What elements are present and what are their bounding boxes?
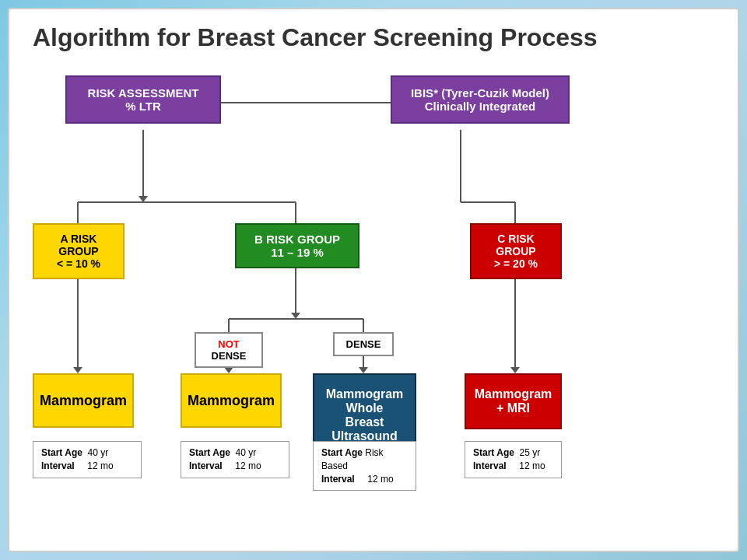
mammogram-2-box: Mammogram <box>181 373 282 428</box>
b-risk-group-box: B RISK GROUP 11 – 19 % <box>235 223 359 268</box>
mammogram-mri-box: Mammogram + MRI <box>465 373 562 429</box>
svg-marker-16 <box>291 313 300 319</box>
mammogram-1-box: Mammogram <box>33 373 134 428</box>
ibis-box: IBIS* (Tyrer-Cuzik Model) Clinically Int… <box>391 75 570 124</box>
svg-marker-28 <box>510 367 520 373</box>
info-box-2: Start Age 40 yr Interval 12 mo <box>181 441 289 478</box>
svg-marker-2 <box>139 196 148 202</box>
info-box-3: Start Age Risk Based Interval 12 mo <box>313 441 416 491</box>
dense-box: DENSE <box>333 332 394 356</box>
svg-marker-14 <box>73 367 82 373</box>
page-title: Algorithm for Breast Cancer Screening Pr… <box>9 9 738 60</box>
diagram: RISK ASSESSMENT % LTR IBIS* (Tyrer-Cuzik… <box>25 75 722 543</box>
c-risk-group-box: C RISK GROUP > = 20 % <box>470 223 562 279</box>
info-box-1: Start Age 40 yr Interval 12 mo <box>33 441 142 478</box>
svg-marker-24 <box>224 367 233 373</box>
outer-container: Algorithm for Breast Cancer Screening Pr… <box>8 8 739 552</box>
svg-marker-26 <box>359 367 368 373</box>
a-risk-group-box: A RISK GROUP < = 10 % <box>33 223 124 279</box>
not-dense-box: NOT DENSE <box>195 332 263 368</box>
info-box-4: Start Age 25 yr Interval 12 mo <box>465 441 562 478</box>
risk-assessment-box: RISK ASSESSMENT % LTR <box>65 75 221 124</box>
